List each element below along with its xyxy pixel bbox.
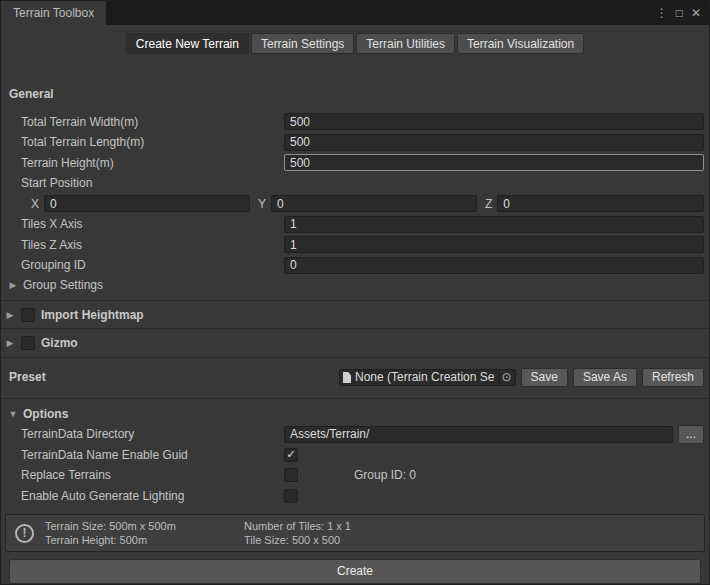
tile-size-text: Tile Size: 500 x 500: [244, 533, 351, 547]
axis-x-label: X: [31, 197, 39, 211]
start-position-row: Start Position: [1, 173, 709, 192]
replace-terrains-label: Replace Terrains: [21, 468, 284, 482]
tab-terrain-settings[interactable]: Terrain Settings: [251, 33, 354, 54]
preset-label: Preset: [9, 370, 339, 384]
tiles-x-axis-row: Tiles X Axis 1: [1, 214, 709, 233]
foldout-arrow-icon: ▶: [8, 280, 18, 290]
maximize-icon[interactable]: □: [676, 7, 683, 19]
start-position-z-group: Z 0: [485, 195, 704, 212]
checkmark-icon: ✓: [286, 449, 295, 460]
import-heightmap-section: ▶ Import Heightmap: [1, 301, 709, 328]
grouping-id-label: Grouping ID: [21, 258, 284, 272]
foldout-arrow-icon[interactable]: ▶: [5, 338, 15, 348]
tab-terrain-utilities[interactable]: Terrain Utilities: [356, 33, 455, 54]
foldout-arrow-icon: ▼: [8, 409, 18, 419]
auto-generate-lighting-row: Enable Auto Generate Lighting: [1, 486, 709, 505]
axis-z-label: Z: [485, 197, 492, 211]
options-foldout[interactable]: ▼ Options: [1, 403, 709, 424]
titlebar-spacer: [106, 1, 656, 25]
foldout-arrow-icon[interactable]: ▶: [5, 310, 15, 320]
info-column-left: Terrain Size: 500m x 500m Terrain Height…: [45, 519, 233, 547]
save-button[interactable]: Save: [521, 368, 568, 387]
preset-object-value: None (Terrain Creation Setting: [355, 370, 495, 384]
start-position-y-field[interactable]: 0: [271, 195, 477, 212]
tab-label: Terrain Settings: [261, 37, 344, 51]
total-terrain-width-label: Total Terrain Width(m): [21, 115, 284, 129]
tab-create-new-terrain[interactable]: Create New Terrain: [126, 33, 249, 54]
start-position-label: Start Position: [21, 176, 284, 190]
terraindata-name-guid-row: TerrainData Name Enable Guid ✓: [1, 445, 709, 464]
terrain-height-text: Terrain Height: 500m: [45, 533, 233, 547]
axis-y-label: Y: [258, 197, 266, 211]
titlebar-icons: ⋮ □ ✕: [656, 1, 709, 25]
tab-terrain-visualization[interactable]: Terrain Visualization: [457, 33, 584, 54]
info-icon: !: [15, 524, 34, 543]
close-icon[interactable]: ✕: [691, 7, 701, 19]
import-heightmap-label: Import Heightmap: [41, 308, 144, 322]
general-section-title: General: [1, 84, 709, 104]
terrain-height-label: Terrain Height(m): [21, 156, 284, 170]
tab-label: Create New Terrain: [136, 37, 239, 51]
tiles-z-axis-label: Tiles Z Axis: [21, 238, 284, 252]
terrain-size-text: Terrain Size: 500m x 500m: [45, 519, 233, 533]
window-tab-terrain-toolbox[interactable]: Terrain Toolbox: [1, 1, 106, 25]
terrain-height-row: Terrain Height(m) 500: [1, 153, 709, 172]
browse-directory-button[interactable]: ...: [678, 425, 704, 444]
total-terrain-width-row: Total Terrain Width(m) 500: [1, 112, 709, 131]
terraindata-name-guid-checkbox[interactable]: ✓: [284, 448, 298, 462]
replace-terrains-row: Replace Terrains Group ID: 0: [1, 466, 709, 485]
section-divider: [1, 398, 709, 399]
auto-generate-lighting-label: Enable Auto Generate Lighting: [21, 489, 284, 503]
terraindata-name-guid-label: TerrainData Name Enable Guid: [21, 448, 284, 462]
options-label: Options: [23, 407, 68, 421]
info-column-right: Number of Tiles: 1 x 1 Tile Size: 500 x …: [244, 519, 351, 547]
window-title: Terrain Toolbox: [13, 6, 94, 20]
tiles-x-axis-field[interactable]: 1: [284, 216, 704, 233]
save-as-button[interactable]: Save As: [573, 368, 637, 387]
tiles-z-axis-field[interactable]: 1: [284, 236, 704, 253]
total-terrain-length-label: Total Terrain Length(m): [21, 135, 284, 149]
auto-generate-lighting-checkbox[interactable]: [284, 489, 298, 503]
terraindata-directory-label: TerrainData Directory: [21, 427, 284, 441]
start-position-y-group: Y 0: [258, 195, 477, 212]
group-settings-foldout[interactable]: ▶ Group Settings: [1, 276, 709, 295]
preset-row: Preset None (Terrain Creation Setting ⊙ …: [1, 368, 709, 387]
gizmo-checkbox[interactable]: [21, 336, 35, 350]
group-id-text: Group ID: 0: [354, 468, 416, 482]
refresh-button[interactable]: Refresh: [642, 368, 704, 387]
create-button[interactable]: Create: [9, 559, 701, 584]
gizmo-section: ▶ Gizmo: [1, 329, 709, 356]
start-position-x-group: X 0: [31, 195, 250, 212]
total-terrain-length-field[interactable]: 500: [284, 134, 704, 151]
import-heightmap-checkbox[interactable]: [21, 308, 35, 322]
replace-terrains-checkbox[interactable]: [284, 468, 298, 482]
gizmo-label: Gizmo: [41, 336, 78, 350]
terrain-info-helpbox: ! Terrain Size: 500m x 500m Terrain Heig…: [5, 514, 705, 551]
total-terrain-length-row: Total Terrain Length(m) 500: [1, 132, 709, 151]
grouping-id-field[interactable]: 0: [284, 257, 704, 274]
section-divider: [1, 357, 709, 358]
tiles-z-axis-row: Tiles Z Axis 1: [1, 235, 709, 254]
terrain-toolbox-window: Terrain Toolbox ⋮ □ ✕ Create New Terrain…: [0, 0, 710, 585]
tiles-x-axis-label: Tiles X Axis: [21, 217, 284, 231]
grouping-id-row: Grouping ID 0: [1, 255, 709, 274]
asset-file-icon: [343, 372, 351, 383]
window-titlebar: Terrain Toolbox ⋮ □ ✕: [1, 1, 709, 25]
start-position-x-field[interactable]: 0: [44, 195, 250, 212]
terraindata-directory-field[interactable]: Assets/Terrain/: [284, 426, 673, 443]
tab-label: Terrain Visualization: [467, 37, 574, 51]
group-settings-label: Group Settings: [23, 278, 103, 292]
total-terrain-width-field[interactable]: 500: [284, 113, 704, 130]
start-position-z-field[interactable]: 0: [497, 195, 704, 212]
terraindata-directory-row: TerrainData Directory Assets/Terrain/ ..…: [1, 425, 709, 444]
start-position-xyz-row: X 0 Y 0 Z 0: [1, 194, 709, 213]
number-of-tiles-text: Number of Tiles: 1 x 1: [244, 519, 351, 533]
tab-label: Terrain Utilities: [366, 37, 445, 51]
object-picker-icon[interactable]: ⊙: [499, 370, 512, 384]
preset-object-field[interactable]: None (Terrain Creation Setting ⊙: [339, 369, 516, 386]
terrain-height-field[interactable]: 500: [284, 154, 704, 171]
kebab-menu-icon[interactable]: ⋮: [656, 7, 668, 19]
toolbox-mode-tabs: Create New Terrain Terrain Settings Terr…: [1, 25, 709, 60]
